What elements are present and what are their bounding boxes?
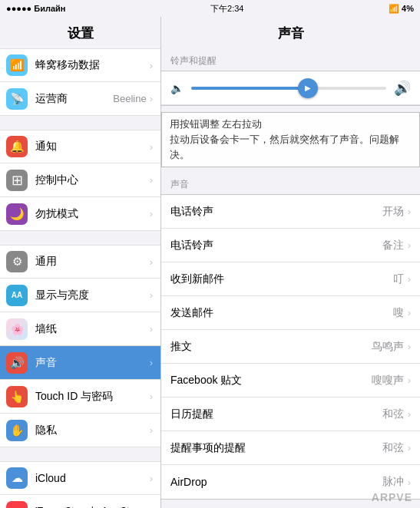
volume-slider-track[interactable]: ▶ — [191, 87, 386, 90]
sidebar-item-cellular[interactable]: 📶 蜂窝移动数据 › — [0, 48, 160, 82]
donotdisturb-chevron: › — [150, 208, 153, 219]
sidebar-item-sound[interactable]: 🔊 声音 › — [0, 346, 160, 380]
sidebar-section-accounts: ☁ iCloud › A iTunes Store 与 App Store › … — [0, 461, 160, 508]
sidebar-item-notifications[interactable]: 🔔 通知 › — [0, 130, 160, 163]
battery-label: 4% — [402, 4, 414, 13]
wifi-icon: 📶 — [389, 4, 399, 14]
sidebar-gap-1 — [0, 116, 160, 130]
wallpaper-label: 墙纸 — [35, 322, 150, 336]
itunes-label: iTunes Store 与 App Store — [35, 505, 150, 508]
display-chevron: › — [150, 289, 153, 301]
sidebar-gap-2 — [0, 231, 160, 245]
tweet-value: 鸟鸣声 — [372, 340, 404, 354]
control-icon: ⊞ — [6, 170, 28, 191]
volume-high-icon: 🔊 — [394, 80, 411, 97]
fbpost-label: Facebook 贴文 — [170, 374, 372, 388]
touchid-label: Touch ID 与密码 — [35, 390, 150, 404]
volume-slider-thumb[interactable]: ▶ — [298, 78, 318, 98]
wallpaper-icon: 🌸 — [6, 318, 28, 340]
cellular-chevron: › — [150, 60, 153, 71]
icloud-label: iCloud — [35, 472, 150, 484]
calreminder-label: 日历提醒 — [170, 407, 382, 421]
sidebar-gap-3 — [0, 447, 160, 461]
itunes-icon: A — [6, 501, 28, 509]
sound-icon: 🔊 — [6, 352, 28, 374]
privacy-icon: ✋ — [6, 420, 28, 441]
cellular-label: 蜂窝移动数据 — [35, 58, 150, 72]
notifications-icon: 🔔 — [6, 136, 28, 157]
right-panel: 声音 铃声和提醒 🔈 ▶ 🔊 用按钮调整 左右拉动 拉动后设备会卡一下，然后就突… — [161, 17, 420, 508]
main-content: 设置 📶 蜂窝移动数据 › 📡 运营商 Beeline › 🔔 通知 › — [0, 17, 420, 508]
display-label: 显示与亮度 — [35, 289, 150, 302]
sidebar-section-system: 🔔 通知 › ⊞ 控制中心 › 🌙 勿扰模式 › — [0, 130, 160, 231]
calreminder-value: 和弦 — [382, 407, 404, 421]
reminderalerts-row[interactable]: 提醒事项的提醒 和弦 › — [161, 431, 420, 465]
status-bar: ●●●●● Билайн 下午2:34 📶 4% — [0, 0, 420, 17]
newmail-chevron: › — [408, 273, 411, 285]
icloud-chevron: › — [150, 473, 153, 484]
sidebar-item-wallpaper[interactable]: 🌸 墙纸 › — [0, 312, 160, 346]
sentmail-value: 嗖 — [393, 306, 404, 320]
sidebar-title: 设置 — [0, 17, 160, 48]
reminderalerts-chevron: › — [408, 442, 411, 454]
ringtone-value: 开场 — [382, 205, 404, 219]
status-time: 下午2:34 — [210, 3, 243, 15]
sidebar-item-privacy[interactable]: ✋ 隐私 › — [0, 414, 160, 447]
icloud-icon: ☁ — [6, 467, 28, 489]
sidebar-item-general[interactable]: ⚙ 通用 › — [0, 245, 160, 279]
volume-low-icon: 🔈 — [170, 82, 184, 94]
airdrop-row[interactable]: AirDrop 脉冲 › — [161, 465, 420, 499]
sentmail-row[interactable]: 发送邮件 嗖 › — [161, 296, 420, 330]
sidebar-section-preferences: ⚙ 通用 › AA 显示与亮度 › 🌸 墙纸 › 🔊 声音 › 👆 Tou — [0, 245, 160, 447]
sidebar-item-control[interactable]: ⊞ 控制中心 › — [0, 163, 160, 197]
texttone-value: 备注 — [382, 239, 404, 252]
volume-row[interactable]: 🔈 ▶ 🔊 — [161, 71, 420, 105]
sound-label: 声音 — [35, 356, 150, 370]
calreminder-chevron: › — [408, 408, 411, 420]
fbpost-value: 嗖嗖声 — [372, 374, 404, 388]
sidebar-item-icloud[interactable]: ☁ iCloud › — [0, 461, 160, 495]
ringtone-chevron: › — [408, 206, 411, 217]
annotation-line2: 拉动后设备会卡一下，然后就突然有了声音。问题解决。 — [170, 132, 412, 163]
ringtone-section-label: 铃声和提醒 — [161, 48, 420, 71]
touchid-icon: 👆 — [6, 386, 28, 407]
fbpost-chevron: › — [408, 374, 411, 386]
sidebar-item-donotdisturb[interactable]: 🌙 勿扰模式 › — [0, 197, 160, 231]
texttone-label: 电话铃声 — [170, 239, 382, 252]
sentmail-label: 发送邮件 — [170, 306, 393, 320]
sidebar-item-touchid[interactable]: 👆 Touch ID 与密码 › — [0, 380, 160, 414]
carrier-label: Билайн — [34, 4, 65, 13]
texttone-row[interactable]: 电话铃声 备注 › — [161, 229, 420, 262]
general-icon: ⚙ — [6, 251, 28, 272]
privacy-label: 隐私 — [35, 424, 150, 437]
general-label: 通用 — [35, 255, 150, 269]
display-icon: AA — [6, 285, 28, 306]
sidebar-item-itunes[interactable]: A iTunes Store 与 App Store › — [0, 495, 160, 508]
donotdisturb-label: 勿扰模式 — [35, 207, 150, 221]
touchid-chevron: › — [150, 391, 153, 402]
carrier-value: Beeline — [113, 93, 146, 104]
annotation-container: 用按钮调整 左右拉动 拉动后设备会卡一下，然后就突然有了声音。问题解决。 — [161, 112, 420, 167]
sidebar: 设置 📶 蜂窝移动数据 › 📡 运营商 Beeline › 🔔 通知 › — [0, 17, 161, 508]
control-chevron: › — [150, 174, 153, 186]
texttone-chevron: › — [408, 239, 411, 251]
right-panel-title: 声音 — [161, 17, 420, 48]
annotation-box: 用按钮调整 左右拉动 拉动后设备会卡一下，然后就突然有了声音。问题解决。 — [161, 112, 420, 167]
newmail-row[interactable]: 收到新邮件 叮 › — [161, 262, 420, 296]
sentmail-chevron: › — [408, 307, 411, 318]
tweet-row[interactable]: 推文 鸟鸣声 › — [161, 330, 420, 364]
signal-dots: ●●●●● — [6, 4, 31, 13]
calreminder-row[interactable]: 日历提醒 和弦 › — [161, 397, 420, 431]
sound-section-label: 声音 — [161, 172, 420, 194]
sidebar-item-carrier[interactable]: 📡 运营商 Beeline › — [0, 82, 160, 116]
cellular-icon: 📶 — [6, 54, 28, 76]
privacy-chevron: › — [150, 424, 153, 436]
airdrop-chevron: › — [408, 477, 411, 488]
sound-items-group: 电话铃声 开场 › 电话铃声 备注 › 收到新邮件 叮 › 发送邮件 嗖 › 推… — [161, 194, 420, 500]
fbpost-row[interactable]: Facebook 贴文 嗖嗖声 › — [161, 364, 420, 397]
airdrop-value: 脉冲 — [382, 475, 404, 489]
ringtone-label: 电话铃声 — [170, 205, 382, 219]
sidebar-item-display[interactable]: AA 显示与亮度 › — [0, 279, 160, 312]
ringtone-row[interactable]: 电话铃声 开场 › — [161, 195, 420, 229]
carrier-label: 运营商 — [35, 92, 113, 106]
